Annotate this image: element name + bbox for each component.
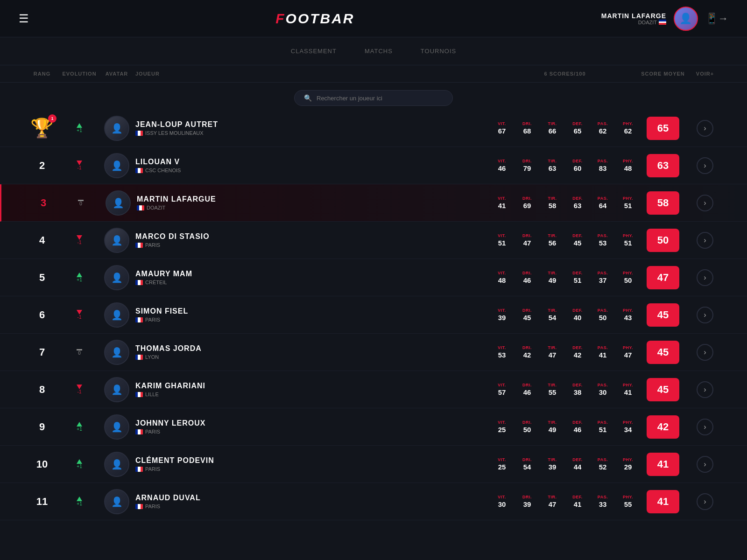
table-row: 9 +1 👤 JOHNNY LEROUX PARIS VIT. 25 DRI. … bbox=[0, 408, 747, 446]
view-cell[interactable]: › bbox=[686, 419, 724, 435]
view-button[interactable]: › bbox=[697, 195, 713, 211]
view-button[interactable]: › bbox=[697, 269, 713, 286]
evo-down-icon bbox=[77, 310, 82, 315]
rank-number: 4 bbox=[23, 234, 61, 246]
sub-tab-1[interactable]: CLASSEMENT bbox=[291, 44, 337, 58]
evo-up-icon bbox=[77, 459, 82, 464]
player-info: CLÉMENT PODEVIN PARIS bbox=[135, 456, 490, 472]
avatar-cell: 👤 bbox=[98, 228, 135, 253]
stat-tir: TIR. 49 bbox=[541, 271, 564, 284]
view-cell[interactable]: › bbox=[686, 381, 724, 398]
flag-icon bbox=[135, 429, 143, 434]
avatar[interactable]: 👤 bbox=[674, 7, 698, 31]
evolution-cell: +1 bbox=[61, 497, 98, 506]
trophy-rank: 🏆 1 bbox=[23, 117, 61, 139]
stat-def: DEF. 38 bbox=[566, 383, 589, 396]
player-list: 🏆 1 +1 👤 JEAN-LOUP AUTRET ISSY LES MOULI… bbox=[0, 110, 747, 520]
view-cell[interactable]: › bbox=[686, 344, 724, 361]
player-club: LYON bbox=[135, 354, 490, 360]
col-evolution-header: EVOLUTION bbox=[61, 71, 98, 77]
score-badge: 47 bbox=[647, 266, 679, 289]
stat-pas: PAS. 33 bbox=[591, 495, 614, 508]
player-club: LILLE bbox=[135, 392, 490, 397]
view-button[interactable]: › bbox=[697, 232, 713, 249]
stat-dri: DRI. 46 bbox=[515, 383, 539, 396]
header: ☰ FOOTBAR MARTIN LAFARGE DOAZIT 👤 📱→ bbox=[0, 0, 747, 37]
view-cell[interactable]: › bbox=[686, 493, 724, 510]
view-cell[interactable]: › bbox=[686, 232, 724, 249]
rank-number: 2 bbox=[23, 160, 61, 172]
stats-cell: VIT. 30 DRI. 39 TIR. 47 DEF. 41 PAS. 33 … bbox=[490, 495, 640, 508]
col-voir-header: VOIR+ bbox=[686, 71, 724, 77]
score-cell: 47 bbox=[640, 266, 686, 289]
score-cell: 42 bbox=[640, 415, 686, 439]
stat-phy: PHY. 43 bbox=[616, 308, 640, 322]
table-header: RANG EVOLUTION AVATAR JOUEUR 6 SCORES/10… bbox=[0, 65, 747, 83]
rank-number: 11 bbox=[23, 496, 61, 508]
search-container: 🔍 bbox=[0, 83, 747, 110]
col-scores-header: 6 SCORES/100 bbox=[490, 71, 640, 77]
flag-icon bbox=[135, 504, 143, 509]
stat-pas: PAS. 51 bbox=[591, 420, 614, 434]
player-avatar: 👤 bbox=[106, 190, 131, 216]
view-cell[interactable]: › bbox=[686, 157, 724, 174]
flag-icon bbox=[135, 355, 143, 360]
menu-button[interactable]: ☰ bbox=[19, 12, 29, 25]
stats-cell: VIT. 41 DRI. 69 TIR. 58 DEF. 63 PAS. 64 … bbox=[490, 196, 640, 210]
view-cell[interactable]: › bbox=[686, 195, 724, 211]
view-cell[interactable]: › bbox=[686, 269, 724, 286]
view-button[interactable]: › bbox=[697, 456, 713, 473]
player-club: PARIS bbox=[135, 504, 490, 509]
view-cell[interactable]: › bbox=[686, 456, 724, 473]
player-name: LILOUAN V bbox=[135, 158, 490, 166]
stat-dri: DRI. 39 bbox=[515, 495, 539, 508]
rank-number: 9 bbox=[23, 421, 61, 433]
evo-up-icon bbox=[77, 123, 82, 128]
stat-def: DEF. 44 bbox=[566, 457, 589, 471]
view-cell[interactable]: › bbox=[686, 307, 724, 323]
stat-def: DEF. 40 bbox=[566, 308, 589, 322]
flag-icon bbox=[137, 205, 144, 210]
view-button[interactable]: › bbox=[697, 157, 713, 174]
player-club: DOAZIT bbox=[137, 205, 490, 210]
table-row: 11 +1 👤 ARNAUD DUVAL PARIS VIT. 30 DRI. … bbox=[0, 483, 747, 520]
stat-phy: PHY. 41 bbox=[616, 383, 640, 396]
sub-tab-2[interactable]: MATCHS bbox=[365, 44, 393, 58]
logout-icon[interactable]: 📱→ bbox=[705, 13, 728, 25]
player-name: JEAN-LOUP AUTRET bbox=[135, 120, 490, 129]
view-button[interactable]: › bbox=[697, 419, 713, 435]
view-button[interactable]: › bbox=[697, 493, 713, 510]
player-club: PARIS bbox=[135, 317, 490, 322]
evolution-cell: 0 bbox=[62, 200, 99, 206]
rank-number: 6 bbox=[23, 309, 61, 321]
avatar-cell: 👤 bbox=[98, 489, 135, 514]
view-button[interactable]: › bbox=[697, 307, 713, 323]
avatar-cell: 👤 bbox=[98, 340, 135, 365]
avatar-cell: 👤 bbox=[98, 452, 135, 477]
evo-down-icon bbox=[77, 385, 82, 389]
table-row: 7 0 👤 THOMAS JORDA LYON VIT. 53 DRI. 42 … bbox=[0, 334, 747, 371]
logo: FOOTBAR bbox=[275, 11, 354, 27]
stat-tir: TIR. 66 bbox=[541, 121, 564, 135]
evolution-cell: +1 bbox=[61, 273, 98, 282]
search-box[interactable]: 🔍 bbox=[294, 90, 453, 106]
score-cell: 58 bbox=[640, 191, 686, 215]
view-button[interactable]: › bbox=[697, 120, 713, 137]
stat-def: DEF. 63 bbox=[566, 196, 589, 210]
stats-cell: VIT. 25 DRI. 50 TIR. 49 DEF. 46 PAS. 51 … bbox=[490, 420, 640, 434]
flag-icon bbox=[659, 20, 666, 25]
view-button[interactable]: › bbox=[697, 344, 713, 361]
avatar-cell: 👤 bbox=[98, 302, 135, 328]
view-cell[interactable]: › bbox=[686, 120, 724, 137]
evolution-cell: +1 bbox=[61, 123, 98, 133]
search-input[interactable] bbox=[317, 95, 443, 102]
player-name: JOHNNY LEROUX bbox=[135, 419, 490, 427]
rank-number: 8 bbox=[23, 384, 61, 396]
view-button[interactable]: › bbox=[697, 381, 713, 398]
stat-phy: PHY. 51 bbox=[616, 196, 640, 210]
player-info: KARIM GHARIANI LILLE bbox=[135, 382, 490, 397]
table-row: 6 -1 👤 SIMON FISEL PARIS VIT. 39 DRI. 45… bbox=[0, 296, 747, 334]
stat-pas: PAS. 62 bbox=[591, 121, 614, 135]
player-name: CLÉMENT PODEVIN bbox=[135, 456, 490, 465]
sub-tab-3[interactable]: TOURNOIS bbox=[421, 44, 456, 58]
